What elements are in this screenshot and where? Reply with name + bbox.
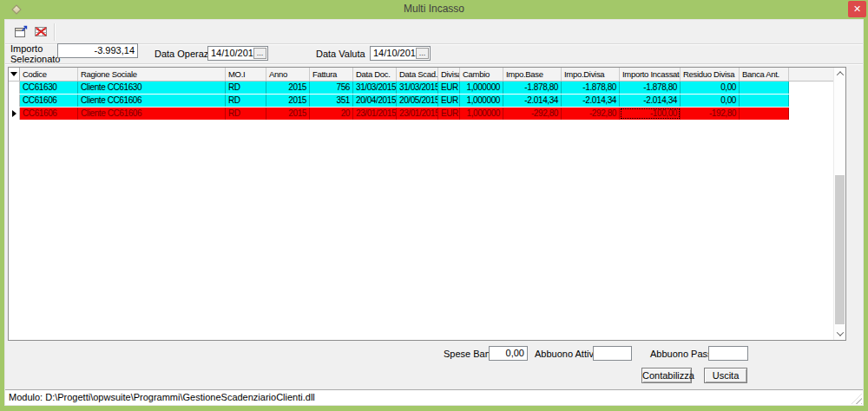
cell[interactable]: -100,00 <box>620 108 681 120</box>
cell[interactable]: RD <box>226 95 266 107</box>
column-header-10[interactable]: Impo.Divisa <box>562 68 620 81</box>
resize-grip-icon[interactable] <box>852 394 862 404</box>
toolbar <box>5 20 863 44</box>
cell[interactable]: 1,000000 <box>460 95 503 107</box>
importo-selezionato-label: Importo Selezionato <box>10 44 61 64</box>
cell[interactable] <box>740 108 789 120</box>
cell[interactable]: 1,000000 <box>460 82 503 94</box>
cell[interactable]: 31/03/2015 <box>397 82 438 94</box>
cell[interactable]: -292,80 <box>562 108 620 120</box>
row-selector-header[interactable] <box>9 68 20 81</box>
column-header-2[interactable]: MO.I <box>226 68 266 81</box>
open-form-icon <box>14 25 29 40</box>
row-indicator <box>9 108 20 120</box>
spese-banca-field[interactable]: 0,00 <box>489 346 528 361</box>
column-header-4[interactable]: Fattura <box>310 68 353 81</box>
cell[interactable]: 2015 <box>266 82 310 94</box>
cell[interactable]: Cliente CC61606 <box>78 95 226 107</box>
contabilizza-button[interactable]: Contabilizza <box>641 368 692 383</box>
column-header-6[interactable]: Data Scad. <box>397 68 438 81</box>
data-valuta-picker-button[interactable]: ... <box>416 48 429 59</box>
cell[interactable]: 2015 <box>266 95 310 107</box>
vertical-scrollbar[interactable] <box>833 68 845 340</box>
cell[interactable]: 0,00 <box>681 95 740 107</box>
column-header-3[interactable]: Anno <box>266 68 310 81</box>
abbuono-attivo-field[interactable] <box>593 346 632 361</box>
row-indicator <box>9 82 20 94</box>
chevron-up-icon <box>836 71 843 78</box>
cell[interactable]: -1.878,80 <box>620 82 681 94</box>
scroll-up-button[interactable] <box>834 68 845 80</box>
row-indicator <box>9 95 20 107</box>
cell[interactable]: 2015 <box>266 108 310 120</box>
cell[interactable]: -1.878,80 <box>503 82 562 94</box>
cell[interactable]: EUR <box>438 108 460 120</box>
cell[interactable]: 351 <box>310 95 353 107</box>
abbuono-passivo-field[interactable] <box>708 346 748 361</box>
cell[interactable]: EUR <box>438 95 460 107</box>
data-valuta-field[interactable]: 14/10/2015 ... <box>370 46 431 61</box>
cell[interactable]: RD <box>226 108 266 120</box>
data-operazione-field[interactable]: 14/10/2015 ... <box>207 46 268 61</box>
cell[interactable]: 20/04/2015 <box>353 95 397 107</box>
cell[interactable]: CC61630 <box>20 82 78 94</box>
cell[interactable]: 23/01/2015 <box>353 108 397 120</box>
cell[interactable]: -292,80 <box>503 108 562 120</box>
cell[interactable]: Cliente CC61606 <box>78 108 226 120</box>
data-operazione-value: 14/10/2015 <box>211 48 259 58</box>
status-module-text: Modulo: D:\Progetti\opwsuite\Programmi\G… <box>9 392 315 402</box>
cell[interactable]: -2.014,34 <box>503 95 562 107</box>
cell[interactable] <box>740 82 789 94</box>
cell[interactable]: 756 <box>310 82 353 94</box>
open-form-button[interactable] <box>12 24 30 40</box>
toolbar-separator <box>54 23 55 41</box>
column-header-12[interactable]: Residuo Divisa <box>681 68 740 81</box>
cell[interactable]: -2.014,34 <box>620 95 681 107</box>
multi-incasso-window: Multi Incasso ✕ <box>0 0 868 411</box>
column-header-5[interactable]: Data Doc. <box>353 68 397 81</box>
cell[interactable] <box>740 95 789 107</box>
data-valuta-value: 14/10/2015 <box>373 48 421 58</box>
fields-separator <box>5 63 863 65</box>
column-header-8[interactable]: Cambio <box>460 68 503 81</box>
cell[interactable]: 1,000000 <box>460 108 503 120</box>
cell[interactable]: RD <box>226 82 266 94</box>
column-header-9[interactable]: Impo.Base <box>503 68 562 81</box>
filter-arrow-icon <box>10 72 17 76</box>
scroll-down-button[interactable] <box>834 328 845 340</box>
grid-header-row: CodiceRagione SocialeMO.IAnnoFatturaData… <box>9 68 833 82</box>
table-row[interactable]: CC61630Cliente CC61630RD201575631/03/201… <box>9 82 833 95</box>
column-header-13[interactable]: Banca Ant. <box>740 68 789 81</box>
close-button[interactable]: ✕ <box>848 1 866 17</box>
column-header-7[interactable]: Divisa <box>438 68 460 81</box>
client-area: Importo Selezionato -3.993,14 Data Opera… <box>4 19 864 406</box>
table-row[interactable]: CC61606Cliente CC61606RD201535120/04/201… <box>9 95 833 108</box>
delete-grid-button[interactable] <box>32 24 49 40</box>
column-header-11[interactable]: Importo Incassato <box>620 68 681 81</box>
data-operazione-picker-button[interactable]: ... <box>253 48 266 59</box>
delete-grid-icon <box>34 25 49 40</box>
grid-body: CC61630Cliente CC61630RD201575631/03/201… <box>9 82 833 121</box>
cell[interactable]: EUR <box>438 82 460 94</box>
cell[interactable]: Cliente CC61630 <box>78 82 226 94</box>
cell[interactable]: 31/03/2015 <box>353 82 397 94</box>
cell[interactable]: -1.878,80 <box>562 82 620 94</box>
title-bar: Multi Incasso ✕ <box>0 0 868 19</box>
current-row-icon <box>12 110 16 117</box>
column-header-0[interactable]: Codice <box>20 68 78 81</box>
importo-selezionato-field[interactable]: -3.993,14 <box>57 43 138 58</box>
cell[interactable]: 0,00 <box>681 82 740 94</box>
cell[interactable]: CC61606 <box>20 95 78 107</box>
uscita-button[interactable]: Uscita <box>704 368 747 383</box>
cell[interactable]: -192,80 <box>681 108 740 120</box>
cell[interactable]: 23/01/2015 <box>397 108 438 120</box>
cell[interactable]: 20 <box>310 108 353 120</box>
table-row[interactable]: CC61606Cliente CC61606RD20152023/01/2015… <box>9 108 833 121</box>
cell[interactable]: 20/05/2015 <box>397 95 438 107</box>
cell[interactable]: CC61606 <box>20 108 78 120</box>
scrollbar-thumb[interactable] <box>835 175 845 324</box>
status-bar: Modulo: D:\Progetti\opwsuite\Programmi\G… <box>5 389 863 405</box>
incassi-grid: CodiceRagione SocialeMO.IAnnoFatturaData… <box>8 67 846 341</box>
column-header-1[interactable]: Ragione Sociale <box>78 68 226 81</box>
cell[interactable]: -2.014,34 <box>562 95 620 107</box>
